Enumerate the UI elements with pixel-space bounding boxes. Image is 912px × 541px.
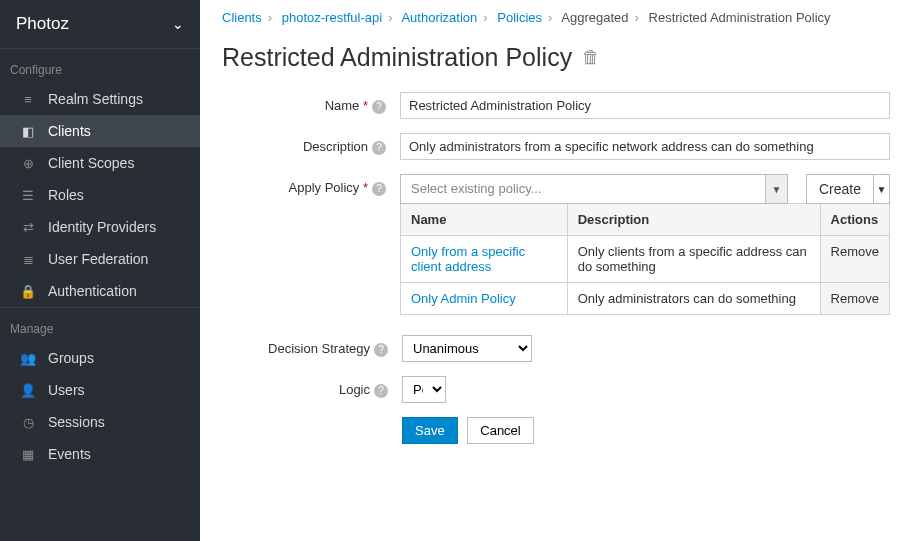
- cube-icon: ◧: [20, 124, 36, 139]
- remove-button[interactable]: Remove: [831, 291, 879, 306]
- main: Clients› photoz-restful-api› Authorizati…: [200, 0, 912, 541]
- col-description: Description: [567, 204, 820, 236]
- page-title: Restricted Administration Policy 🗑: [222, 43, 890, 72]
- sidebar-item-events[interactable]: ▦Events: [0, 438, 200, 470]
- caret-down-icon[interactable]: ▼: [766, 174, 788, 204]
- description-input[interactable]: [400, 133, 890, 160]
- sidebar-item-client-scopes[interactable]: ⊕Client Scopes: [0, 147, 200, 179]
- realm-name: Photoz: [16, 14, 69, 34]
- lock-icon: 🔒: [20, 284, 36, 299]
- scopes-icon: ⊕: [20, 156, 36, 171]
- breadcrumb: Clients› photoz-restful-api› Authorizati…: [222, 8, 890, 43]
- breadcrumb-current: Restricted Administration Policy: [649, 10, 831, 25]
- sidebar-item-identity-providers[interactable]: ⇄Identity Providers: [0, 211, 200, 243]
- realm-selector[interactable]: Photoz ⌄: [0, 0, 200, 48]
- breadcrumb-sep: ›: [548, 10, 552, 25]
- sidebar-item-clients[interactable]: ◧Clients: [0, 115, 200, 147]
- logic-label: Logic?: [222, 376, 402, 398]
- sidebar-item-roles[interactable]: ☰Roles: [0, 179, 200, 211]
- sliders-icon: ≡: [20, 92, 36, 107]
- help-icon[interactable]: ?: [372, 182, 386, 196]
- table-row: Only from a specific client address Only…: [401, 236, 890, 283]
- description-label: Description?: [222, 133, 400, 155]
- policy-combobox[interactable]: Select existing policy... ▼: [400, 174, 788, 204]
- help-icon[interactable]: ?: [372, 141, 386, 155]
- sidebar-item-groups[interactable]: 👥Groups: [0, 342, 200, 374]
- sidebar: Photoz ⌄ Configure ≡Realm Settings ◧Clie…: [0, 0, 200, 541]
- policy-link[interactable]: Only Admin Policy: [411, 291, 516, 306]
- name-input[interactable]: [400, 92, 890, 119]
- user-icon: 👤: [20, 383, 36, 398]
- breadcrumb-aggregated: Aggregated: [561, 10, 628, 25]
- save-button[interactable]: Save: [402, 417, 458, 444]
- section-manage: Manage: [0, 307, 200, 342]
- help-icon[interactable]: ?: [372, 100, 386, 114]
- decision-strategy-label: Decision Strategy?: [222, 335, 402, 357]
- breadcrumb-sep: ›: [635, 10, 639, 25]
- group-icon: 👥: [20, 351, 36, 366]
- cancel-button[interactable]: Cancel: [467, 417, 533, 444]
- nav-configure: ≡Realm Settings ◧Clients ⊕Client Scopes …: [0, 83, 200, 307]
- exchange-icon: ⇄: [20, 220, 36, 235]
- logic-select[interactable]: Po: [402, 376, 446, 403]
- policy-link[interactable]: Only from a specific client address: [411, 244, 525, 274]
- breadcrumb-sep: ›: [483, 10, 487, 25]
- breadcrumb-authorization[interactable]: Authorization: [401, 10, 477, 25]
- col-name: Name: [401, 204, 568, 236]
- clock-icon: ◷: [20, 415, 36, 430]
- sidebar-item-realm-settings[interactable]: ≡Realm Settings: [0, 83, 200, 115]
- section-configure: Configure: [0, 48, 200, 83]
- table-row: Only Admin Policy Only administrators ca…: [401, 283, 890, 315]
- decision-strategy-select[interactable]: Unanimous: [402, 335, 532, 362]
- name-label: Name *?: [222, 92, 400, 114]
- breadcrumb-clients[interactable]: Clients: [222, 10, 262, 25]
- breadcrumb-sep: ›: [388, 10, 392, 25]
- breadcrumb-sep: ›: [268, 10, 272, 25]
- help-icon[interactable]: ?: [374, 343, 388, 357]
- list-icon: ☰: [20, 188, 36, 203]
- policy-desc: Only administrators can do something: [567, 283, 820, 315]
- col-actions: Actions: [820, 204, 889, 236]
- policy-desc: Only clients from a specific address can…: [567, 236, 820, 283]
- remove-button[interactable]: Remove: [831, 244, 879, 259]
- caret-down-icon[interactable]: ▼: [874, 174, 890, 204]
- calendar-icon: ▦: [20, 447, 36, 462]
- create-label: Create: [806, 174, 874, 204]
- database-icon: ≣: [20, 252, 36, 267]
- breadcrumb-policies[interactable]: Policies: [497, 10, 542, 25]
- help-icon[interactable]: ?: [374, 384, 388, 398]
- chevron-down-icon: ⌄: [172, 16, 184, 32]
- sidebar-item-users[interactable]: 👤Users: [0, 374, 200, 406]
- create-policy-dropdown[interactable]: Create ▼: [806, 174, 890, 204]
- applied-policies-table: Name Description Actions Only from a spe…: [400, 203, 890, 315]
- trash-icon[interactable]: 🗑: [582, 47, 600, 68]
- policy-combobox-placeholder: Select existing policy...: [400, 174, 766, 204]
- sidebar-item-authentication[interactable]: 🔒Authentication: [0, 275, 200, 307]
- apply-policy-label: Apply Policy *?: [222, 174, 400, 196]
- breadcrumb-client[interactable]: photoz-restful-api: [282, 10, 382, 25]
- nav-manage: 👥Groups 👤Users ◷Sessions ▦Events: [0, 342, 200, 470]
- sidebar-item-sessions[interactable]: ◷Sessions: [0, 406, 200, 438]
- sidebar-item-user-federation[interactable]: ≣User Federation: [0, 243, 200, 275]
